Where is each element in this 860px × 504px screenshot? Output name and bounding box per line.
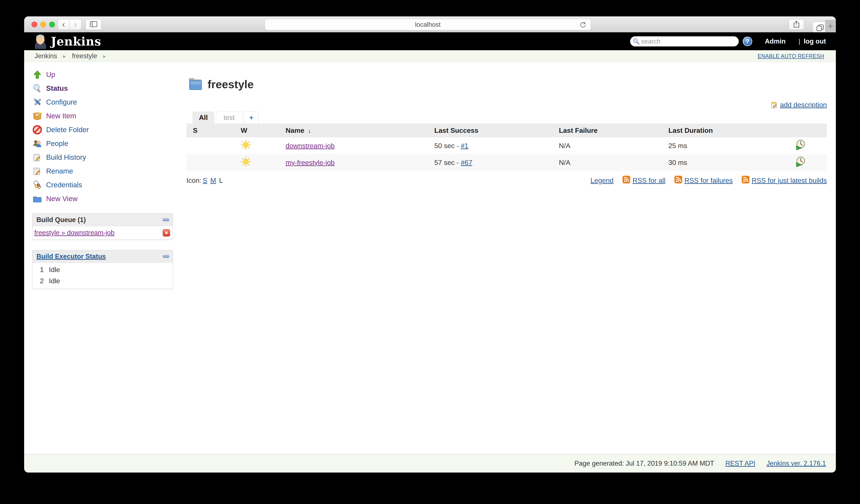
sidebar-item-credentials[interactable]: Credentials <box>32 178 181 192</box>
browser-titlebar: ‹ › localhost <box>24 16 836 32</box>
share-icon <box>793 20 800 29</box>
sidebar-item-up[interactable]: Up <box>32 68 181 82</box>
zoom-window-button[interactable] <box>49 21 55 27</box>
plus-icon: + <box>249 114 253 121</box>
rss-icon <box>742 176 749 185</box>
people-icon <box>32 139 42 148</box>
sidebar-item-build-history[interactable]: Build History <box>32 150 181 164</box>
build-queue-header: Build Queue (1) <box>32 214 173 226</box>
sidebar-item-people[interactable]: People <box>32 137 181 150</box>
col-header-status[interactable]: S <box>186 127 234 134</box>
job-table-header: S W Name↓ Last Success Last Failure Last… <box>186 124 827 137</box>
main-panel: freestyle add description All test <box>186 62 827 185</box>
close-window-button[interactable] <box>31 21 37 27</box>
job-row: downstream-job 50 sec - #1 N/A 25 ms <box>186 137 827 154</box>
executor-state: Idle <box>49 266 60 274</box>
title-row: freestyle <box>188 77 827 91</box>
new-tab-icon: + <box>828 21 833 31</box>
col-header-weather[interactable]: W <box>234 127 279 134</box>
sidebar-item-configure[interactable]: Configure <box>32 95 181 109</box>
app-title[interactable]: Jenkins <box>51 34 101 48</box>
enable-auto-refresh-link[interactable]: ENABLE AUTO REFRESH <box>758 53 824 59</box>
schedule-build-icon[interactable] <box>794 139 806 153</box>
page-generated-text: Page generated: Jul 17, 2019 9:10:59 AM … <box>574 460 714 467</box>
jenkins-version-link[interactable]: Jenkins ver. 2.176.1 <box>766 460 826 467</box>
logout-link[interactable]: log out <box>804 38 826 45</box>
legend-link[interactable]: Legend <box>591 176 614 185</box>
rss-icon <box>622 176 630 185</box>
last-failure-value: N/A <box>559 159 570 167</box>
jenkins-logo-icon[interactable] <box>33 34 47 49</box>
icon-size-medium-link[interactable]: M <box>210 176 216 185</box>
sidebar-item-rename[interactable]: Rename <box>32 164 181 178</box>
search-input[interactable] <box>641 38 735 45</box>
job-name-link[interactable]: my-freestyle-job <box>286 159 335 167</box>
safari-window: ‹ › localhost <box>24 16 836 473</box>
tab-all[interactable]: All <box>192 112 214 124</box>
executor-list: 1 Idle 2 Idle <box>32 263 173 289</box>
view-tabs: All test + <box>192 112 827 124</box>
rss-latest-builds-link[interactable]: RSS for just latest builds <box>751 176 827 185</box>
build-queue-title: Build Queue (1) <box>37 216 86 224</box>
schedule-build-icon[interactable] <box>794 156 806 169</box>
rss-icon <box>674 176 682 185</box>
build-queue-panel: Build Queue (1) freestyle » downstream-j… <box>32 213 173 240</box>
rss-for-failures-link[interactable]: RSS for failures <box>684 176 733 185</box>
browser-forward-button[interactable]: › <box>70 19 81 30</box>
sidebar-item-label: Status <box>46 84 68 92</box>
build-executor-title-link[interactable]: Build Executor Status <box>37 253 106 260</box>
icon-size-large-current: L <box>219 176 223 185</box>
forward-icon: › <box>74 20 77 29</box>
last-success-time: 57 sec - <box>434 159 461 167</box>
build-number-link[interactable]: #1 <box>461 142 469 149</box>
tab-test[interactable]: test <box>216 112 242 124</box>
sidebar-item-delete-folder[interactable]: Delete Folder <box>32 123 181 137</box>
page-content: Up Status Configure <box>24 62 836 454</box>
job-name-link[interactable]: downstream-job <box>286 142 335 149</box>
address-bar[interactable]: localhost <box>265 19 591 30</box>
col-header-last-duration[interactable]: Last Duration <box>662 127 772 134</box>
jenkins-header: Jenkins ? Admin | log out <box>24 32 836 50</box>
user-link[interactable]: Admin <box>765 38 785 45</box>
col-header-name[interactable]: Name↓ <box>279 127 428 134</box>
build-number-link[interactable]: #67 <box>461 159 472 167</box>
rss-for-all-link[interactable]: RSS for all <box>632 176 665 185</box>
add-description-link[interactable]: add description <box>780 101 827 109</box>
breadcrumb-freestyle[interactable]: freestyle <box>72 52 97 60</box>
browser-back-button[interactable]: ‹ <box>58 19 69 30</box>
sidebar-item-status[interactable]: Status <box>32 82 181 95</box>
traffic-lights <box>31 21 55 27</box>
rest-api-link[interactable]: REST API <box>725 460 755 467</box>
page-title: freestyle <box>207 78 254 91</box>
add-description-row: add description <box>186 101 827 109</box>
credentials-keys-icon <box>32 180 42 190</box>
table-footer-row: Icon: S M L Legend RSS for all <box>186 176 827 185</box>
collapse-icon[interactable] <box>163 218 169 221</box>
sidebar-item-new-view[interactable]: New View <box>32 192 181 206</box>
refresh-icon[interactable] <box>579 21 587 29</box>
collapse-icon[interactable] <box>163 255 169 258</box>
header-separator: | <box>799 38 800 45</box>
folder-icon <box>32 194 42 204</box>
sidebar-item-label: New View <box>46 195 77 203</box>
sidebar-toggle-button[interactable] <box>86 19 101 30</box>
minimize-window-button[interactable] <box>40 21 46 27</box>
help-icon[interactable]: ? <box>743 37 752 46</box>
magnifier-icon <box>32 83 42 93</box>
sidebar-item-new-item[interactable]: New Item <box>32 109 181 123</box>
icon-size-small-link[interactable]: S <box>203 176 207 185</box>
share-button[interactable] <box>789 19 804 30</box>
search-box[interactable] <box>630 36 739 46</box>
col-header-last-success[interactable]: Last Success <box>428 127 553 134</box>
breadcrumb-chevron-icon[interactable]: ▸ <box>63 53 66 59</box>
executor-state: Idle <box>49 277 60 285</box>
breadcrumb-jenkins[interactable]: Jenkins <box>34 52 57 60</box>
new-view-tab-button[interactable]: + <box>244 112 259 124</box>
col-header-last-failure[interactable]: Last Failure <box>553 127 662 134</box>
breadcrumb-chevron-icon[interactable]: ▸ <box>103 53 106 59</box>
cancel-build-icon[interactable] <box>163 229 170 236</box>
queued-job-link[interactable]: freestyle » downstream-job <box>34 229 114 237</box>
new-tab-button[interactable]: + <box>825 20 836 32</box>
sidebar-item-label: New Item <box>46 112 76 120</box>
legend-links: Legend RSS for all RSS for failures RSS … <box>591 176 827 185</box>
